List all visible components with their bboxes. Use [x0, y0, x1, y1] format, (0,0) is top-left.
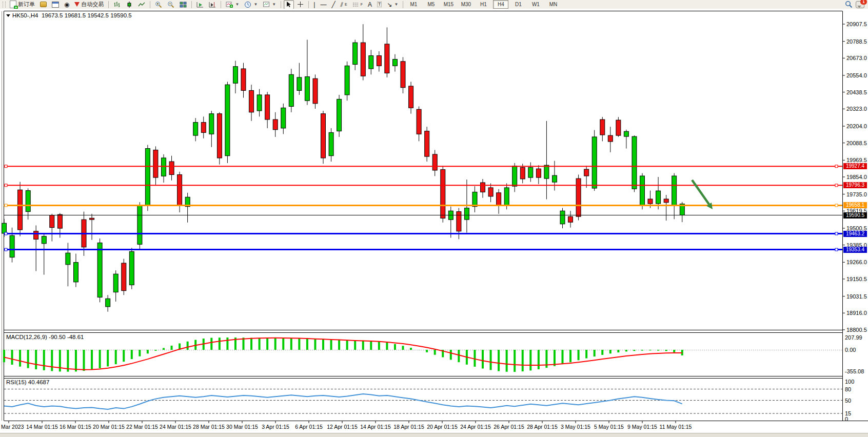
cursor-icon	[286, 1, 292, 8]
alerts-button[interactable]: ◉	[62, 0, 71, 9]
toolbar-grip[interactable]	[3, 2, 6, 8]
date-axis-label: 5 May 01:15	[594, 424, 624, 430]
price-axis-label: 20438.5	[846, 89, 868, 95]
price-line-badge: 19463.2	[843, 231, 867, 237]
label-tool-button[interactable]: T	[375, 0, 384, 9]
rsi-axis-label: 50	[845, 398, 867, 404]
crosshair-icon	[297, 1, 304, 8]
market-watch-icon	[40, 2, 47, 7]
indicators-icon	[226, 1, 233, 8]
horizontal-line-tool-button[interactable]: —	[318, 0, 328, 9]
line-chart-mode-button[interactable]	[136, 0, 147, 9]
text-tool-button[interactable]: A	[366, 0, 374, 9]
price-axis-label: 20204.0	[846, 123, 868, 129]
crosshair-tool-button[interactable]	[295, 0, 306, 9]
chat-icon[interactable]: 1	[856, 1, 864, 8]
templates-button[interactable]: ▼	[261, 0, 278, 9]
macd-label: MACD(12,26,9) -90.50 -48.61	[6, 334, 84, 340]
macd-axis-label: 207.99	[845, 334, 867, 341]
date-axis-label: 12 Apr 01:15	[327, 424, 358, 430]
bar-chart-mode-button[interactable]	[111, 0, 123, 9]
date-axis-label: 11 May 01:15	[660, 424, 692, 430]
auto-scroll-button[interactable]	[194, 0, 206, 9]
tile-windows-button[interactable]	[177, 0, 189, 9]
profiles-button[interactable]	[50, 0, 61, 9]
timeframe-button-m15[interactable]: M15	[441, 0, 456, 9]
price-axis-label: 19150.5	[846, 276, 868, 282]
candlestick-series	[2, 24, 685, 312]
rsi-axis-label: 80	[845, 386, 867, 392]
notification-badge: 1	[860, 0, 867, 5]
price-line-badge: 19927.4	[843, 163, 867, 169]
date-axis-label: 16 Mar 01:15	[60, 424, 91, 430]
main-toolbar: + 新订单 ◉ 自动交易	[0, 0, 868, 9]
macd-signal-line	[4, 338, 682, 370]
status-strip	[0, 433, 868, 437]
chevron-down-icon: ▼	[394, 2, 399, 7]
candlestick-mode-button[interactable]	[124, 0, 135, 9]
price-axis-label: 20554.0	[846, 72, 868, 78]
clock-icon	[244, 1, 251, 8]
price-axis-label: 19031.5	[846, 293, 868, 300]
price-line-badge: 19796.3	[843, 182, 867, 188]
price-axis-label: 19969.5	[846, 157, 868, 163]
timeframe-button-mn[interactable]: MN	[545, 0, 561, 9]
date-axis-label: 6 Apr 01:15	[295, 424, 323, 430]
channel-tool-button[interactable]: ⫽E	[339, 0, 349, 9]
chart-shift-icon	[209, 1, 216, 8]
channel-icon: ⫽	[341, 2, 343, 8]
vertical-line-tool-button[interactable]: |	[311, 0, 317, 9]
timeframe-button-d1[interactable]: D1	[510, 0, 526, 9]
new-order-button[interactable]: + 新订单	[8, 0, 37, 9]
current-price-badge: 19590.5	[843, 212, 867, 218]
price-line-badge: 19658.1	[843, 202, 867, 208]
chart-canvas[interactable]	[0, 9, 868, 437]
timeframe-button-m5[interactable]: M5	[423, 0, 439, 9]
price-axis-label: 18800.5	[846, 327, 868, 333]
chart-area[interactable]: HK50-,H4 19673.5 19681.5 19542.5 19590.5…	[0, 9, 868, 437]
zoom-in-icon	[155, 1, 162, 8]
periods-button[interactable]: ▼	[242, 0, 260, 9]
market-watch-button[interactable]	[38, 0, 49, 9]
timeframe-switcher: M1M5M15M30H1H4D1W1MN	[406, 0, 561, 9]
rsi-label: RSI(15) 40.4687	[6, 379, 49, 385]
chevron-down-icon: ▼	[253, 2, 258, 7]
shapes-tool-button[interactable]: ↘▼	[385, 0, 400, 9]
autotrade-label: 自动交易	[81, 1, 104, 8]
price-axis-label: 20907.5	[846, 21, 868, 27]
trendline-tool-button[interactable]: ╱	[329, 0, 337, 9]
date-axis-label: 20 Apr 01:15	[427, 424, 458, 430]
price-axis-label: 19854.0	[846, 174, 868, 180]
date-axis-label: 28 Mar 01:15	[193, 424, 225, 430]
timeframe-button-h4[interactable]: H4	[493, 0, 508, 9]
fibonacci-tool-button[interactable]: F	[350, 0, 365, 9]
date-axis-label: 9 May 01:15	[627, 424, 657, 430]
date-axis-label: 20 Mar 01:15	[93, 424, 125, 430]
timeframe-button-m30[interactable]: M30	[458, 0, 474, 9]
price-axis-label: 20088.5	[846, 140, 868, 146]
date-axis-label: 18 Apr 01:15	[393, 424, 424, 430]
price-line-badge: 19353.4	[843, 247, 867, 253]
macd-axis-label: -355.08	[845, 368, 867, 374]
price-axis-label: 18916.0	[846, 310, 868, 316]
timeframe-button-w1[interactable]: W1	[528, 0, 543, 9]
collapse-pane-icon[interactable]	[6, 14, 10, 17]
zoom-in-button[interactable]	[153, 0, 164, 9]
zoom-out-button[interactable]	[165, 0, 176, 9]
rsi-axis-label: 0	[845, 416, 867, 422]
timeframe-button-h1[interactable]: H1	[476, 0, 491, 9]
chevron-down-icon: ▼	[235, 2, 239, 7]
candlestick-icon	[126, 1, 133, 8]
price-level-lines	[4, 165, 843, 251]
indicators-button[interactable]: ▼	[224, 0, 241, 9]
date-axis-label: 10 Mar 2023	[0, 424, 24, 430]
date-axis-label: 3 May 01:15	[561, 424, 590, 430]
search-icon[interactable]	[845, 1, 853, 8]
vertical-line-icon: |	[313, 2, 315, 8]
cursor-tool-button[interactable]	[284, 0, 294, 9]
timeframe-button-m1[interactable]: M1	[406, 0, 421, 9]
chart-shift-button[interactable]	[207, 0, 218, 9]
autotrade-button[interactable]: 自动交易	[72, 0, 106, 9]
date-axis-label: 22 Mar 01:15	[126, 424, 158, 430]
ohlc-values: 19673.5 19681.5 19542.5 19590.5	[42, 12, 132, 18]
